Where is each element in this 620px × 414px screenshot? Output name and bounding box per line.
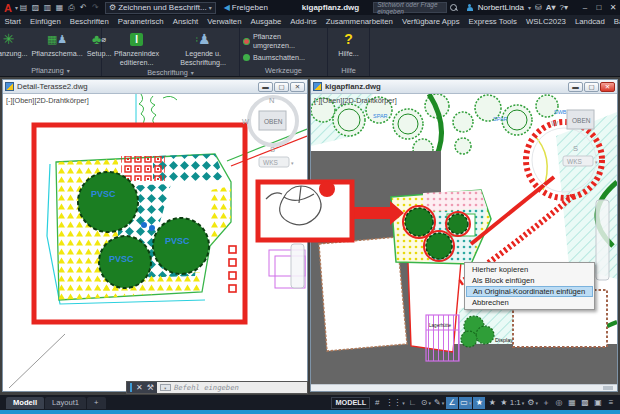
workspace-selector[interactable]: ⚙ Zeichnen und Beschrift... ▾ [105,2,216,14]
save-icon[interactable]: ▥ [42,2,53,13]
object-snap-tracking-icon[interactable]: ∠ [446,397,458,409]
share-button[interactable]: ◀ Freigeben [224,3,268,12]
plot-icon[interactable]: ⎙ [66,2,77,13]
right-horizontal-scrollbar[interactable] [311,384,617,391]
redo-icon[interactable]: ↷ [90,2,101,13]
right-drawing-canvas[interactable]: [-][Oben][2D-Drahtkörper] [311,94,617,391]
plus-icon[interactable]: ＋ [540,397,552,409]
graphics-perf-icon[interactable]: ▩ [579,397,591,409]
command-input[interactable]: ▾ Befehl eingeben [157,382,307,393]
ribbon-tab-parametrisch[interactable]: Parametrisch [113,15,168,28]
left-drawing-canvas[interactable]: [-][Oben][2D-Drahtkörper] [3,94,307,391]
object-snap-icon[interactable]: ▭▾ [459,397,472,409]
autodesk-a-icon[interactable]: A▾ [546,3,556,12]
panel-beschriftung-footer[interactable]: Beschriftung ▾ [102,68,239,77]
context-menu-item[interactable]: Als Block einfügen [466,275,593,286]
layout-tab-+[interactable]: + [87,397,105,409]
help-circle-icon[interactable]: ?▾ [560,3,568,12]
account-name[interactable]: NorbertLinda [478,3,524,12]
search-icon[interactable] [450,4,457,11]
ribbon-tab-ausgabe[interactable]: Ausgabe [246,15,286,28]
ribbon-tab-einf-gen[interactable]: Einfügen [25,15,65,28]
pflanzung-button[interactable]: ✳ Pflanzung... [0,29,29,65]
autocad-logo[interactable]: A [0,2,15,14]
context-menu-item[interactable]: Abbrechen [466,297,593,308]
pflanzschema-button[interactable]: ▦♟ Pflanzschema... [31,29,84,65]
panel-hilfe-footer[interactable]: Hilfe [328,65,369,76]
layout-tab-modell[interactable]: Modell [6,397,44,409]
undo-icon[interactable]: ↶ [78,2,89,13]
chevron-down-icon[interactable]: ▾ [402,400,405,406]
ribbon-tab-wslc2023[interactable]: WSLC2023 [522,15,571,28]
isodraft-icon[interactable]: ✎▾ [433,397,445,409]
snap-mode-icon[interactable]: ⋮⋮▾ [384,397,406,409]
chevron-down-icon[interactable]: ▾ [428,400,431,406]
right-window-titlebar[interactable]: kigapflanz.dwg ▬ ▢ ✕ [311,80,617,94]
open-folder-icon[interactable]: ▨ [30,2,41,13]
polar-tracking-icon[interactable]: ⊙▾ [420,397,432,409]
window-detail-terasse2[interactable]: Detail-Terasse2.dwg ▬ ▢ ✕ [-][Oben][2D-D… [2,79,308,392]
ribbon-tab-zusammenarbeiten[interactable]: Zusammenarbeiten [321,15,397,28]
ribbon-tab-verf-gbare-apps[interactable]: Verfügbare Apps [397,15,464,28]
ribbon-tab-ansicht[interactable]: Ansicht [168,15,203,28]
pflanzen-umgrenzen-button[interactable]: Pflanzen umgrenzen... [243,32,324,50]
maximize-button[interactable]: □ [592,0,606,15]
ribbon-tab-verwalten[interactable]: Verwalten [203,15,246,28]
save-as-icon[interactable]: ▦ [54,2,65,13]
right-minimize-button[interactable]: ▬ [568,82,583,92]
left-viewport-controls[interactable]: [-][Oben][2D-Drahtkörper] [6,96,89,105]
panel-werkzeuge-footer[interactable]: Werkzeuge [240,65,327,76]
context-menu-item[interactable]: Hierher kopieren [466,264,593,275]
baumschatten-button[interactable]: Baumschatten... [243,53,324,62]
account-chevron-icon[interactable]: ▾ [528,4,531,11]
right-viewport-controls[interactable]: [-][Oben][2D-Drahtkörper] [314,96,397,105]
new-file-icon[interactable]: ▤ [18,2,29,13]
left-window-titlebar[interactable]: Detail-Terasse2.dwg ▬ ▢ ✕ [3,80,307,94]
app-store-cart-icon[interactable]: ⛁ [535,3,542,12]
search-input[interactable]: Stichwort oder Frage eingeben [373,2,447,13]
ribbon-tab-landcad[interactable]: Landcad [570,15,609,28]
hardware-accel-icon[interactable]: ▦ [566,397,578,409]
left-restore-button[interactable]: ▢ [274,82,289,92]
panel-pflanzung-footer[interactable]: Pflanzung ▾ [0,65,101,76]
command-line[interactable]: ✕ ⚒ ▾ Befehl eingeben [126,381,308,394]
minimize-button[interactable]: – [578,0,592,15]
ortho-icon[interactable]: ∟ [407,397,419,409]
legende-button[interactable]: ⁞♟ Legende u. Beschriftung... [170,29,236,68]
ribbon-tab-start[interactable]: Start [0,15,25,28]
ribbon-tab-beschriften[interactable]: Beschriften [65,15,113,28]
close-button[interactable]: ✕ [606,0,620,15]
recent-commands-icon[interactable]: ▾ [160,384,171,391]
hilfe-button[interactable]: ? Hilfe... [337,29,359,65]
isolate-objects-icon[interactable]: ◎ [553,397,565,409]
pflanzenindex-button[interactable]: I Pflanzenindex editieren... [105,29,168,68]
clean-screen-icon[interactable]: ▣ [592,397,604,409]
command-close-icon[interactable]: ✕ [136,383,143,392]
chevron-down-icon[interactable]: ▾ [522,400,525,406]
annotation-visibility-icon[interactable]: ★ [473,397,485,409]
right-navigation-bar[interactable] [596,200,609,280]
workspace-gear-icon[interactable]: ⚙▾ [526,397,539,409]
ribbon-tab-add-ins[interactable]: Add-ins [286,15,321,28]
model-space-button[interactable]: MODELL [331,397,370,409]
context-menu-item[interactable]: An Original-Koordinaten einfügen [466,286,593,297]
grid-icon[interactable]: # [371,397,383,409]
command-line-grip[interactable] [130,383,132,392]
ribbon-tab-bauleitplanung[interactable]: Bauleitplanung [609,15,620,28]
chevron-down-icon[interactable]: ▾ [469,400,472,406]
left-viewcube[interactable]: N W OBEN S WKS ▾ [242,96,297,167]
right-restore-button[interactable]: ▢ [584,82,599,92]
right-close-button[interactable]: ✕ [600,82,615,92]
left-minimize-button[interactable]: ▬ [258,82,273,92]
autoscale-icon[interactable]: ★ [486,397,498,409]
ribbon-tab-express-tools[interactable]: Express Tools [464,15,521,28]
left-navigation-bar[interactable] [291,244,304,288]
chevron-down-icon[interactable]: ▾ [442,400,445,406]
chevron-down-icon[interactable]: ▾ [535,400,538,406]
left-close-button[interactable]: ✕ [290,82,305,92]
window-kigapflanz[interactable]: kigapflanz.dwg ▬ ▢ ✕ [-][Oben][2D-Drahtk… [310,79,618,392]
layout-tab-layout1[interactable]: Layout1 [45,397,86,409]
annotation-scale-icon[interactable]: ★ 1:1▾ [499,397,525,409]
customize-menu-icon[interactable]: ≡ [605,397,617,409]
command-tools-icon[interactable]: ⚒ [147,383,154,392]
